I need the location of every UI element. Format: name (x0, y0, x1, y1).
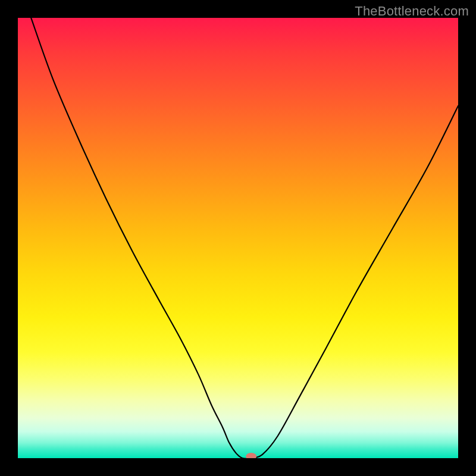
plot-area (18, 18, 458, 458)
optimal-point-marker (246, 453, 256, 458)
chart-frame: TheBottleneck.com (0, 0, 476, 476)
watermark-text: TheBottleneck.com (355, 4, 469, 19)
curve-layer (18, 18, 458, 458)
bottleneck-curve (31, 18, 458, 458)
